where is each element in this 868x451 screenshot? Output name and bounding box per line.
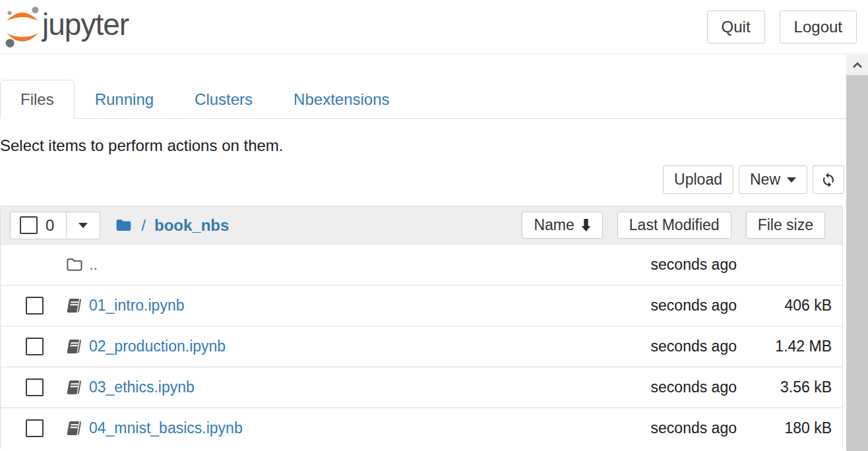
select-items-hint: Select items to perform actions on them.: [0, 136, 846, 156]
tab-files[interactable]: Files: [0, 80, 75, 119]
quit-button[interactable]: Quit: [707, 11, 765, 44]
table-row: 02_production.ipynb seconds ago 1.42 MB: [1, 326, 842, 367]
breadcrumb-current-dir[interactable]: book_nbs: [154, 216, 229, 235]
vertical-scrollbar[interactable]: [846, 55, 868, 451]
table-row: 03_ethics.ipynb seconds ago 3.56 kB: [1, 367, 842, 407]
chevron-down-icon: [78, 223, 88, 228]
sort-buttons: Name Last Modified File size: [522, 212, 825, 239]
folder-open-icon: [65, 257, 83, 272]
file-link[interactable]: 02_production.ipynb: [89, 338, 226, 355]
breadcrumb-separator[interactable]: /: [141, 216, 146, 235]
row-checkbox[interactable]: [26, 338, 44, 355]
jupyter-wordmark: jupyter: [42, 7, 129, 42]
select-all-checkbox[interactable]: [20, 216, 38, 234]
file-actions-toolbar: Upload New: [0, 165, 846, 194]
file-link[interactable]: 03_ethics.ipynb: [89, 378, 195, 396]
scrollbar-up-button[interactable]: [846, 55, 868, 75]
refresh-icon: [821, 172, 836, 188]
table-row: 04_mnist_basics.ipynb seconds ago 180 kB: [1, 407, 842, 448]
file-size-cell: 406 kB: [737, 297, 832, 315]
row-checkbox[interactable]: [26, 378, 44, 396]
last-modified-cell: seconds ago: [592, 338, 737, 355]
row-icon-cell: [65, 298, 89, 313]
last-modified-cell: seconds ago: [592, 419, 737, 437]
row-checkbox-cell: [26, 419, 65, 437]
logout-button[interactable]: Logout: [780, 11, 857, 44]
row-icon-cell: [65, 339, 89, 354]
new-button-label: New: [750, 171, 780, 189]
tab-bar: Files Running Clusters Nbextensions: [0, 80, 846, 119]
arrow-down-icon: [581, 219, 591, 231]
sort-by-file-size-button[interactable]: File size: [746, 212, 825, 239]
select-all-button-group: 0: [10, 212, 100, 239]
file-size-cell: 1.42 MB: [737, 338, 832, 355]
notebook-icon: [65, 380, 83, 395]
tab-nbextensions[interactable]: Nbextensions: [273, 80, 410, 119]
selected-count: 0: [46, 216, 54, 235]
table-row: .. seconds ago: [1, 244, 842, 285]
file-link[interactable]: 04_mnist_basics.ipynb: [89, 419, 243, 436]
file-link[interactable]: ..: [89, 256, 98, 273]
notebook-list: 0 / book_nbs Name: [0, 206, 843, 448]
notebook-icon: [65, 339, 83, 354]
row-checkbox[interactable]: [26, 297, 44, 315]
row-icon-cell: [65, 421, 89, 436]
main-content: Files Running Clusters Nbextensions Sele…: [0, 55, 846, 451]
chevron-up-icon: [852, 62, 863, 68]
breadcrumb: / book_nbs: [114, 216, 229, 235]
file-rows: .. seconds ago 01_intro.ipynb sec: [1, 244, 842, 448]
folder-icon[interactable]: [114, 218, 133, 233]
sort-by-last-modified-button[interactable]: Last Modified: [617, 212, 731, 239]
sort-name-label: Name: [534, 216, 574, 234]
notebook-icon: [65, 298, 83, 313]
row-checkbox-cell: [26, 297, 65, 315]
select-all-button[interactable]: 0: [10, 212, 67, 239]
file-size-cell: 180 kB: [737, 419, 832, 437]
tab-clusters[interactable]: Clusters: [174, 80, 273, 119]
file-name-cell: 03_ethics.ipynb: [89, 378, 592, 396]
file-size-cell: 3.56 kB: [737, 378, 832, 396]
last-modified-cell: seconds ago: [592, 378, 737, 396]
tab-running[interactable]: Running: [75, 80, 174, 119]
select-filter-dropdown-button[interactable]: [67, 212, 100, 239]
last-modified-cell: seconds ago: [592, 256, 737, 274]
upload-button-label: Upload: [674, 171, 722, 189]
chevron-down-icon: [787, 177, 796, 183]
file-name-cell: 04_mnist_basics.ipynb: [89, 419, 592, 437]
jupyter-logo-icon: [4, 6, 41, 48]
row-checkbox-cell: [26, 338, 65, 355]
header-buttons: Quit Logout: [707, 11, 857, 44]
jupyter-logo[interactable]: jupyter: [4, 6, 129, 48]
row-checkbox-cell: [26, 378, 65, 396]
row-checkbox-cell: [26, 256, 65, 274]
row-icon-cell: [65, 257, 89, 272]
file-name-cell: 01_intro.ipynb: [89, 297, 592, 315]
refresh-button[interactable]: [813, 165, 844, 194]
upload-button[interactable]: Upload: [663, 165, 733, 194]
scrollbar-thumb[interactable]: [846, 75, 868, 451]
last-modified-cell: seconds ago: [592, 297, 737, 315]
row-checkbox[interactable]: [26, 419, 44, 437]
notebook-icon: [65, 421, 83, 436]
file-link[interactable]: 01_intro.ipynb: [89, 297, 185, 314]
row-icon-cell: [65, 380, 89, 395]
table-row: 01_intro.ipynb seconds ago 406 kB: [1, 285, 842, 326]
list-header: 0 / book_nbs Name: [1, 206, 842, 244]
sort-by-name-button[interactable]: Name: [522, 212, 602, 239]
new-dropdown-button[interactable]: New: [739, 165, 807, 194]
file-name-cell: 02_production.ipynb: [89, 338, 592, 355]
app-header: jupyter Quit Logout: [0, 0, 868, 54]
file-name-cell: ..: [89, 256, 592, 274]
